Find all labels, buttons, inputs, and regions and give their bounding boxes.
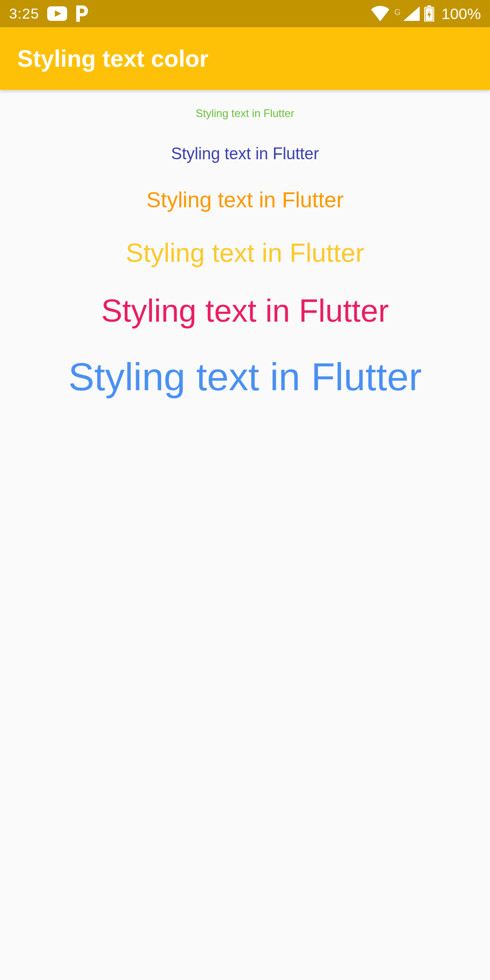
- styled-text-line-3: Styling text in Flutter: [126, 237, 364, 269]
- battery-charging-icon: [424, 5, 434, 22]
- svg-marker-2: [403, 6, 420, 21]
- styled-text-line-0: Styling text in Flutter: [196, 107, 294, 120]
- page-title: Styling text color: [17, 45, 209, 72]
- network-type-indicator: G: [394, 8, 401, 17]
- app-bar: Styling text color: [0, 27, 490, 90]
- wifi-icon: [371, 6, 390, 21]
- p-icon: [75, 5, 88, 22]
- status-time: 3:25: [9, 5, 39, 22]
- styled-text-line-2: Styling text in Flutter: [147, 187, 344, 213]
- styled-text-line-1: Styling text in Flutter: [171, 144, 319, 163]
- signal-icon: [403, 6, 420, 21]
- status-left-group: 3:25: [9, 5, 88, 22]
- styled-text-line-4: Styling text in Flutter: [101, 292, 389, 330]
- status-right-group: G 100%: [371, 5, 481, 23]
- styled-text-line-5: Styling text in Flutter: [68, 353, 421, 400]
- content-area: Styling text in Flutter Styling text in …: [0, 90, 490, 400]
- youtube-icon: [47, 6, 67, 21]
- battery-percentage: 100%: [441, 5, 481, 23]
- status-bar: 3:25 G: [0, 0, 490, 27]
